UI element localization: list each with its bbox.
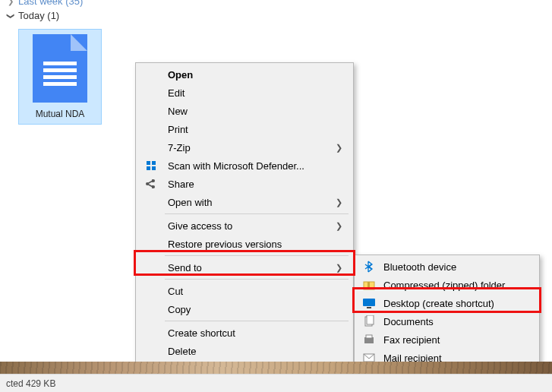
file-item[interactable]: Mutual NDA <box>18 29 102 125</box>
menu-create-shortcut[interactable]: Create shortcut <box>137 324 352 342</box>
svg-rect-9 <box>363 299 375 306</box>
context-menu: Open Edit New Print 7-Zip❯ Scan with Mic… <box>135 62 354 392</box>
menu-open[interactable]: Open <box>137 65 352 84</box>
svg-rect-0 <box>147 161 150 165</box>
monitor-icon <box>362 297 376 309</box>
chevron-right-icon: ❯ <box>336 198 342 207</box>
menu-copy[interactable]: Copy <box>137 300 352 318</box>
svg-rect-1 <box>152 161 156 165</box>
svg-point-5 <box>152 179 155 182</box>
fax-icon <box>362 334 376 346</box>
shield-icon <box>145 160 157 172</box>
svg-point-6 <box>152 185 155 188</box>
separator <box>165 255 349 256</box>
send-to-submenu: Bluetooth device Compressed (zipped) fol… <box>354 254 540 370</box>
submenu-fax[interactable]: Fax recipient <box>356 330 538 349</box>
menu-share[interactable]: Share <box>137 175 352 193</box>
file-name: Mutual NDA <box>24 109 96 119</box>
desktop-background-strip <box>0 362 552 374</box>
svg-point-4 <box>146 182 149 185</box>
separator <box>165 279 349 280</box>
svg-rect-10 <box>367 307 371 308</box>
submenu-compressed[interactable]: Compressed (zipped) folder <box>356 276 538 294</box>
submenu-bluetooth[interactable]: Bluetooth device <box>356 258 538 276</box>
menu-delete[interactable]: Delete <box>137 342 352 360</box>
menu-restore[interactable]: Restore previous versions <box>137 235 352 253</box>
group-label: Last week (35) <box>18 0 83 7</box>
submenu-documents[interactable]: Documents <box>356 312 538 330</box>
svg-rect-3 <box>152 166 156 170</box>
chevron-right-icon: ❯ <box>336 221 342 231</box>
status-text: cted 429 KB <box>6 378 55 389</box>
submenu-desktop-shortcut[interactable]: Desktop (create shortcut) <box>356 294 538 312</box>
menu-defender[interactable]: Scan with Microsoft Defender... <box>137 156 352 175</box>
menu-give-access[interactable]: Give access to❯ <box>137 217 352 235</box>
menu-send-to[interactable]: Send to❯ <box>137 258 352 277</box>
chevron-down-icon: ❯ <box>7 13 15 19</box>
group-label: Today (1) <box>18 10 59 21</box>
group-last-week[interactable]: ❯ Last week (35) <box>0 0 552 8</box>
svg-rect-2 <box>147 166 150 170</box>
documents-icon <box>362 315 376 327</box>
svg-rect-8 <box>367 282 370 289</box>
zip-folder-icon <box>362 279 376 291</box>
share-icon <box>145 178 157 190</box>
svg-rect-12 <box>367 315 374 324</box>
bluetooth-icon <box>362 261 376 273</box>
group-today[interactable]: ❯ Today (1) <box>0 8 552 23</box>
menu-edit[interactable]: Edit <box>137 84 352 102</box>
chevron-right-icon: ❯ <box>336 143 342 153</box>
chevron-right-icon: ❯ <box>8 0 14 5</box>
separator <box>165 321 349 321</box>
svg-rect-14 <box>366 335 372 338</box>
separator <box>165 213 349 214</box>
menu-print[interactable]: Print <box>137 120 352 138</box>
document-icon <box>33 34 87 103</box>
status-bar: cted 429 KB <box>0 374 552 392</box>
menu-open-with[interactable]: Open with❯ <box>137 193 352 211</box>
menu-cut[interactable]: Cut <box>137 282 352 300</box>
menu-7zip[interactable]: 7-Zip❯ <box>137 138 352 156</box>
menu-new[interactable]: New <box>137 102 352 120</box>
chevron-right-icon: ❯ <box>336 263 342 273</box>
